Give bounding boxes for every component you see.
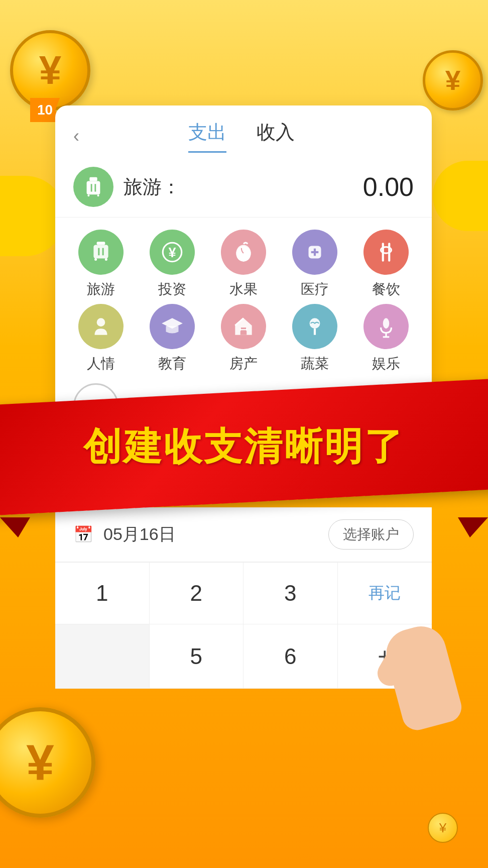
category-edu[interactable]: 教育 [137, 304, 208, 373]
category-invest[interactable]: ¥ 投资 [137, 230, 208, 299]
category-fruit-label: 水果 [229, 280, 258, 299]
svg-text:¥: ¥ [168, 245, 176, 260]
hand-decoration [362, 587, 463, 727]
category-fun-label: 娱乐 [372, 354, 400, 373]
svg-point-22 [97, 318, 105, 327]
category-medical[interactable]: 医疗 [279, 230, 350, 299]
category-medical-icon [292, 230, 337, 275]
svg-point-4 [88, 194, 90, 196]
category-dining-icon [363, 230, 409, 275]
category-gift-icon [78, 304, 124, 349]
coin-decoration-bl: ¥ [0, 707, 95, 818]
tab-income[interactable]: 收入 [257, 120, 295, 153]
key-5[interactable]: 5 [150, 624, 244, 689]
card-header: ‹ 支出 收入 [55, 105, 432, 153]
category-invest-label: 投资 [158, 280, 186, 299]
coin-decoration-tr: ¥ [423, 50, 483, 111]
ribbon-banner: 创建收支清晰明了 [0, 392, 488, 522]
ribbon-fold-right [458, 517, 488, 537]
category-medical-label: 医疗 [301, 280, 329, 299]
hand-shape [381, 621, 465, 733]
key-empty [55, 624, 150, 689]
category-dining[interactable]: 餐饮 [350, 230, 422, 299]
category-veg-icon [292, 304, 337, 349]
category-fruit-icon [221, 230, 266, 275]
bubble-right [433, 161, 488, 231]
key-6[interactable]: 6 [243, 624, 338, 689]
svg-rect-0 [89, 177, 97, 181]
back-button[interactable]: ‹ [73, 127, 79, 145]
ribbon-fold-left [0, 517, 30, 537]
svg-rect-23 [240, 328, 247, 335]
account-selector-button[interactable]: 选择账户 [328, 519, 414, 550]
tab-bar: 支出 收入 [89, 120, 394, 153]
category-veg-label: 蔬菜 [301, 354, 329, 373]
category-grid: 旅游 ¥ 投资 水果 [55, 218, 432, 378]
category-house-label: 房产 [229, 354, 258, 373]
coin-decoration-small-br: ¥ [428, 813, 458, 843]
category-edu-icon [150, 304, 195, 349]
tab-expense[interactable]: 支出 [188, 120, 226, 153]
svg-point-11 [94, 258, 97, 261]
category-house[interactable]: 房产 [208, 304, 279, 373]
key-1[interactable]: 1 [55, 563, 150, 624]
svg-point-12 [105, 258, 107, 261]
category-house-icon [221, 304, 266, 349]
ribbon-text: 创建收支清晰明了 [83, 421, 405, 473]
svg-point-5 [97, 194, 99, 196]
category-edu-label: 教育 [158, 354, 186, 373]
svg-rect-6 [97, 242, 105, 245]
category-fruit[interactable]: 水果 [208, 230, 279, 299]
amount-label: 旅游： [124, 174, 363, 200]
key-3[interactable]: 3 [243, 563, 338, 624]
luggage-icon [82, 175, 105, 198]
svg-rect-1 [87, 181, 100, 195]
svg-rect-18 [311, 251, 319, 253]
category-dining-label: 餐饮 [372, 280, 400, 299]
category-fun-icon [363, 304, 409, 349]
category-veg[interactable]: 蔬菜 [279, 304, 350, 373]
svg-point-29 [383, 318, 390, 329]
category-travel[interactable]: 旅游 [65, 230, 137, 299]
calendar-icon: 📅 [73, 525, 93, 544]
category-gift[interactable]: 人情 [65, 304, 137, 373]
selected-category-icon [73, 167, 113, 207]
category-gift-label: 人情 [87, 354, 115, 373]
category-invest-icon: ¥ [150, 230, 195, 275]
category-travel-icon [78, 230, 124, 275]
ribbon-shape: 创建收支清晰明了 [0, 378, 488, 516]
category-fun[interactable]: 娱乐 [350, 304, 422, 373]
amount-row: 旅游： 0.00 [55, 153, 432, 218]
key-2[interactable]: 2 [150, 563, 244, 624]
amount-value: 0.00 [363, 172, 414, 202]
category-travel-label: 旅游 [87, 280, 115, 299]
date-display: 05月16日 [103, 523, 176, 546]
